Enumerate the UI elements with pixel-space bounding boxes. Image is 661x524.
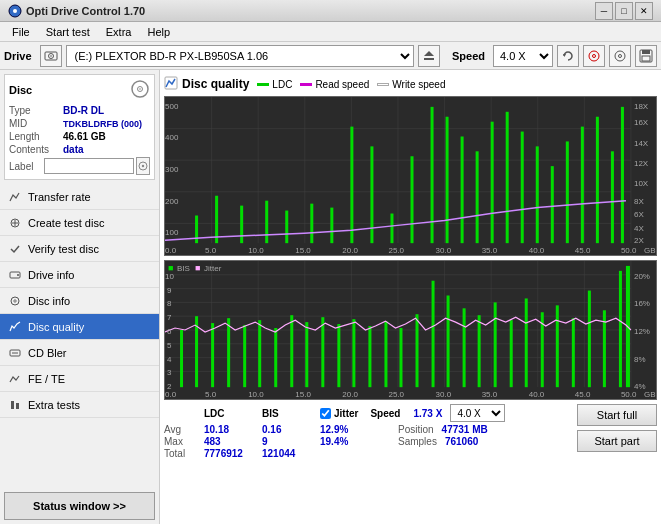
svg-rect-136 xyxy=(478,315,481,387)
drive-select[interactable]: (E:) PLEXTOR BD-R PX-LB950SA 1.06 xyxy=(66,45,414,67)
svg-rect-122 xyxy=(258,320,261,387)
mid-value: TDKBLDRFB (000) xyxy=(63,119,142,129)
nav-verify-test-disc[interactable]: Verify test disc xyxy=(0,236,159,262)
svg-rect-63 xyxy=(506,112,509,243)
svg-rect-30 xyxy=(16,403,19,409)
svg-rect-133 xyxy=(432,281,435,387)
legend-read-speed: Read speed xyxy=(300,79,369,90)
refresh-button[interactable] xyxy=(557,45,579,67)
drive-info-icon xyxy=(8,268,22,282)
disc-info-panel: Disc Type BD-R DL MID TDKBLDRFB (000) L xyxy=(4,74,155,180)
svg-rect-121 xyxy=(243,325,246,387)
start-part-button[interactable]: Start part xyxy=(577,430,657,452)
svg-rect-142 xyxy=(572,318,575,387)
svg-text:2X: 2X xyxy=(634,236,644,245)
svg-text:8%: 8% xyxy=(634,355,646,364)
total-label: Total xyxy=(164,448,196,459)
status-window-button[interactable]: Status window >> xyxy=(4,492,155,520)
svg-text:5.0: 5.0 xyxy=(205,246,217,255)
save-button[interactable] xyxy=(635,45,657,67)
type-value: BD-R DL xyxy=(63,105,104,116)
svg-text:25.0: 25.0 xyxy=(388,390,404,399)
nav-drive-info[interactable]: Drive info xyxy=(0,262,159,288)
window-controls: ─ □ ✕ xyxy=(595,2,653,20)
svg-text:40.0: 40.0 xyxy=(529,246,545,255)
menu-file[interactable]: File xyxy=(4,24,38,40)
svg-point-9 xyxy=(593,54,596,57)
speed-select-stats[interactable]: 4.0 X xyxy=(450,404,505,422)
label-browse-button[interactable] xyxy=(136,157,150,175)
left-panel: Disc Type BD-R DL MID TDKBLDRFB (000) L xyxy=(0,70,160,524)
disc-info-icon xyxy=(8,294,22,308)
svg-rect-13 xyxy=(642,50,650,54)
svg-text:12X: 12X xyxy=(634,159,649,168)
avg-label: Avg xyxy=(164,424,196,435)
svg-rect-125 xyxy=(305,322,308,387)
svg-rect-117 xyxy=(180,330,183,387)
svg-rect-48 xyxy=(215,196,218,243)
title-bar: Opti Drive Control 1.70 ─ □ ✕ xyxy=(0,0,661,22)
svg-text:20%: 20% xyxy=(634,272,650,281)
svg-text:35.0: 35.0 xyxy=(482,390,498,399)
svg-text:300: 300 xyxy=(165,165,179,174)
label-input[interactable] xyxy=(44,158,134,174)
svg-rect-68 xyxy=(581,127,584,244)
svg-text:200: 200 xyxy=(165,197,179,206)
position-label: Position xyxy=(398,424,434,435)
svg-text:Jitter: Jitter xyxy=(204,264,222,273)
stats-section: LDC BIS Jitter Speed 1.73 X 4.0 X Avg 10… xyxy=(164,404,657,459)
nav-create-test-disc[interactable]: Create test disc xyxy=(0,210,159,236)
nav-cd-bler[interactable]: CD Bler xyxy=(0,340,159,366)
nav-extra-tests[interactable]: Extra tests xyxy=(0,392,159,418)
svg-rect-135 xyxy=(463,308,466,387)
svg-text:4: 4 xyxy=(167,355,172,364)
verify-test-disc-icon xyxy=(8,242,22,256)
drive-icon-button[interactable] xyxy=(40,45,62,67)
svg-rect-69 xyxy=(596,117,599,243)
menu-start-test[interactable]: Start test xyxy=(38,24,98,40)
svg-rect-58 xyxy=(431,107,434,243)
svg-text:400: 400 xyxy=(165,134,179,143)
svg-point-10 xyxy=(615,51,625,61)
svg-rect-123 xyxy=(274,328,277,387)
start-full-button[interactable]: Start full xyxy=(577,404,657,426)
eject-button[interactable] xyxy=(418,45,440,67)
maximize-button[interactable]: □ xyxy=(615,2,633,20)
max-label: Max xyxy=(164,436,196,447)
disc-icon-button[interactable] xyxy=(583,45,605,67)
stats-panel: LDC BIS Jitter Speed 1.73 X 4.0 X Avg 10… xyxy=(164,404,569,459)
svg-text:20.0: 20.0 xyxy=(342,246,358,255)
drive-label: Drive xyxy=(4,50,32,62)
svg-text:4X: 4X xyxy=(634,224,644,233)
type-label: Type xyxy=(9,105,63,116)
close-button[interactable]: ✕ xyxy=(635,2,653,20)
speed-display-value: 1.73 X xyxy=(413,408,442,419)
svg-text:15.0: 15.0 xyxy=(295,246,311,255)
svg-rect-65 xyxy=(536,146,539,243)
read-speed-legend-color xyxy=(300,83,312,86)
minimize-button[interactable]: ─ xyxy=(595,2,613,20)
nav-disc-info[interactable]: Disc info xyxy=(0,288,159,314)
transfer-rate-icon xyxy=(8,190,22,204)
disc-title: Disc xyxy=(9,84,32,96)
svg-rect-128 xyxy=(352,319,355,387)
svg-rect-61 xyxy=(476,151,479,243)
max-jitter: 19.4% xyxy=(320,436,390,447)
label-label: Label xyxy=(9,161,44,172)
svg-text:50.0: 50.0 xyxy=(621,246,637,255)
speed-select[interactable]: 4.0 X xyxy=(493,45,553,67)
svg-text:10.0: 10.0 xyxy=(248,246,264,255)
nav-transfer-rate[interactable]: Transfer rate xyxy=(0,184,159,210)
nav-items: Transfer rate Create test disc Verify te… xyxy=(0,184,159,488)
svg-text:10X: 10X xyxy=(634,179,649,188)
chart-title: Disc quality xyxy=(182,77,249,91)
nav-disc-quality[interactable]: Disc quality xyxy=(0,314,159,340)
menu-extra[interactable]: Extra xyxy=(98,24,140,40)
svg-rect-139 xyxy=(525,298,528,387)
disc2-icon-button[interactable] xyxy=(609,45,631,67)
menu-help[interactable]: Help xyxy=(139,24,178,40)
jitter-checkbox[interactable] xyxy=(320,408,331,419)
svg-text:500: 500 xyxy=(165,102,179,111)
nav-fe-te[interactable]: FE / TE xyxy=(0,366,159,392)
svg-text:8X: 8X xyxy=(634,197,644,206)
